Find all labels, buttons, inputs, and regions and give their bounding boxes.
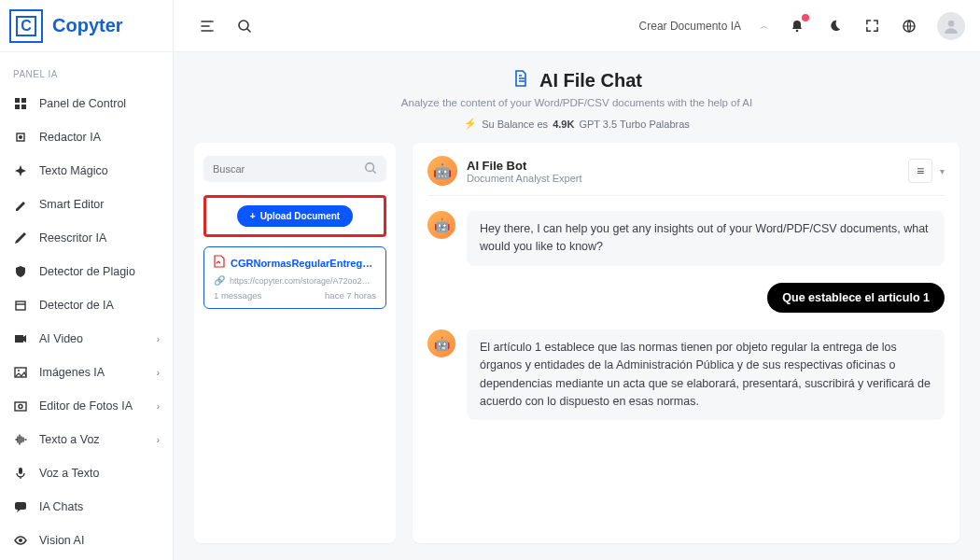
svg-point-18 [19,539,22,542]
sidebar-item-label: IA Chats [39,500,83,513]
cpu-icon [13,130,28,145]
photo-icon [13,399,28,413]
document-url: https://copyter.com/storage/A72oo2OejW.p… [230,276,376,286]
svg-rect-17 [15,502,26,510]
sidebar-item-smart-editor[interactable]: Smart Editor [0,188,173,221]
svg-rect-11 [15,335,23,343]
svg-rect-5 [21,98,26,103]
chat-icon [13,499,28,514]
sidebar-item-texto-a-voz[interactable]: Texto a Voz› [0,423,173,456]
pdf-icon [214,255,225,272]
documents-panel: + Upload Document CGRNormasRegularEntreg… [194,143,396,543]
svg-point-13 [18,370,20,371]
sidebar-item-detector-de-ia[interactable]: Detector de IA [0,288,173,322]
sidebar-item-label: Redactor IA [39,131,101,144]
sidebar-item-ia-chats[interactable]: IA Chats [0,490,173,524]
topbar: C Copyter Crear Documento IA ︿ [0,0,980,52]
brand-name: Copyter [52,15,123,36]
chevron-up-icon[interactable]: ︿ [760,20,769,33]
sidebar-item-imágenes-ia[interactable]: Imágenes IA› [0,356,173,389]
sidebar-item-label: Vision AI [39,534,84,547]
message-text: Que establece el articulo 1 [767,283,945,313]
bot-message: 🤖 Hey there, I can help you get any insi… [427,211,945,266]
sidebar-section-label: PANEL IA [0,63,173,87]
sidebar-item-label: Detector de IA [39,299,114,312]
image-icon [13,365,28,380]
bolt-icon: ⚡ [464,118,477,130]
balance-info: ⚡ Su Balance es 4.9K GPT 3.5 Turbo Palab… [194,118,959,130]
grid-icon [13,96,28,111]
search-icon[interactable] [235,17,254,35]
fullscreen-icon[interactable] [862,17,881,35]
bell-icon[interactable] [788,17,806,35]
document-search[interactable] [203,156,386,182]
moon-icon[interactable] [825,17,844,35]
sidebar-item-label: Editor de Fotos IA [39,399,133,413]
mic-icon [13,466,28,481]
document-card[interactable]: CGRNormasRegularEntrega.... 🔗 https://co… [203,246,386,309]
box-icon [13,298,28,313]
video-icon [13,331,28,346]
chat-more-button[interactable]: ▾ [940,166,945,176]
sidebar-item-ai-video[interactable]: AI Video› [0,322,173,356]
user-avatar[interactable] [937,12,965,40]
bot-avatar-icon: 🤖 [427,211,455,239]
svg-rect-7 [21,105,26,109]
svg-rect-16 [19,468,22,474]
logo[interactable]: C Copyter [0,0,174,52]
create-document-link[interactable]: Crear Documento IA [639,20,741,33]
chevron-right-icon: › [157,435,160,445]
sidebar-item-editor-de-fotos-ia[interactable]: Editor de Fotos IA› [0,389,173,423]
search-icon[interactable] [364,161,377,176]
sidebar-item-label: Detector de Plagio [39,265,135,278]
sidebar-item-panel-de-control[interactable]: Panel de Control [0,87,173,120]
sidebar-item-vision-ai[interactable]: Vision AI [0,524,173,557]
bot-name: AI File Bot [467,159,582,173]
svg-rect-10 [16,301,25,310]
page-subtitle: Analyze the content of your Word/PDF/CSV… [194,97,959,108]
sidebar-item-label: Texto Mágico [39,164,108,177]
sidebar-item-label: Panel de Control [39,97,126,110]
shield-icon [13,264,28,279]
svg-rect-4 [15,98,20,103]
sidebar-item-label: Reescritor IA [39,231,106,245]
sidebar-item-label: AI Video [39,332,83,345]
chevron-right-icon: › [157,334,160,344]
menu-toggle-icon[interactable] [198,17,217,35]
bot-role: Document Analyst Expert [467,173,582,184]
plus-icon: + [250,211,256,221]
notification-dot [802,14,809,21]
svg-rect-14 [15,402,26,411]
sidebar: PANEL IA Panel de ControlRedactor IAText… [0,52,174,560]
document-message-count: 1 messages [214,290,261,301]
upload-highlight: + Upload Document [203,195,386,237]
sidebar-item-reescritor-ia[interactable]: Reescritor IA [0,221,173,255]
search-input[interactable] [213,163,364,175]
main-content: AI File Chat Analyze the content of your… [174,52,980,560]
sidebar-item-detector-de-plagio[interactable]: Detector de Plagio [0,255,173,288]
sidebar-item-voz-a-texto[interactable]: Voz a Texto [0,456,173,490]
sidebar-item-label: Voz a Texto [39,467,99,480]
message-text: El artículo 1 establece que las normas t… [467,329,945,421]
chat-panel: 🤖 AI File Bot Document Analyst Expert ≡ … [413,143,959,543]
bot-avatar: 🤖 [427,156,457,186]
svg-point-15 [19,405,22,409]
globe-icon[interactable] [900,17,918,35]
sidebar-item-label: Imágenes IA [39,366,105,379]
svg-point-1 [796,29,799,32]
document-icon [511,69,530,91]
sidebar-item-label: Smart Editor [39,198,104,211]
pen2-icon [13,231,28,245]
sidebar-item-texto-mágico[interactable]: Texto Mágico [0,154,173,188]
svg-rect-6 [15,105,20,109]
upload-document-button[interactable]: + Upload Document [237,205,353,227]
svg-point-3 [948,20,955,26]
bot-message: 🤖 El artículo 1 establece que las normas… [427,329,945,421]
sidebar-item-redactor-ia[interactable]: Redactor IA [0,120,173,154]
page-title: AI File Chat [539,70,642,91]
svg-point-9 [19,135,22,139]
chat-menu-button[interactable]: ≡ [908,159,932,183]
sparkle-icon [13,163,28,178]
chevron-right-icon: › [157,401,160,412]
sidebar-item-label: Texto a Voz [39,433,100,446]
